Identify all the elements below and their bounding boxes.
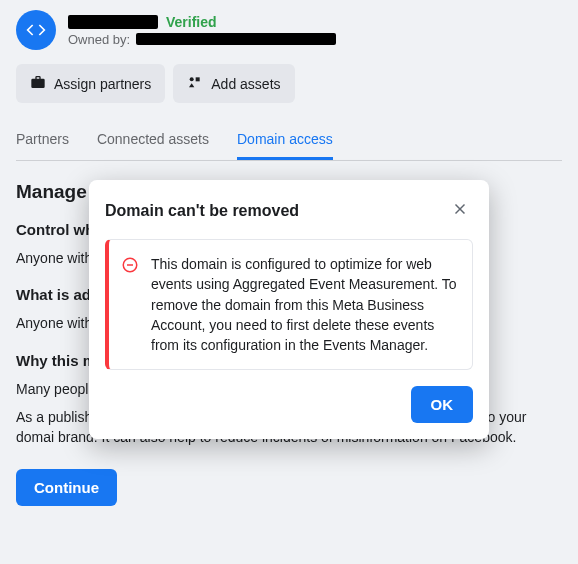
ok-button[interactable]: OK bbox=[411, 386, 474, 423]
error-icon bbox=[121, 256, 139, 274]
close-icon bbox=[451, 206, 469, 221]
modal-title: Domain can't be removed bbox=[105, 202, 299, 220]
modal-overlay: Domain can't be removed This domain is c… bbox=[0, 0, 578, 564]
modal-footer: OK bbox=[105, 386, 473, 423]
close-button[interactable] bbox=[447, 196, 473, 225]
modal-header: Domain can't be removed bbox=[105, 196, 473, 225]
alert-text: This domain is configured to optimize fo… bbox=[151, 254, 458, 355]
modal-dialog: Domain can't be removed This domain is c… bbox=[89, 180, 489, 439]
alert-box: This domain is configured to optimize fo… bbox=[105, 239, 473, 370]
